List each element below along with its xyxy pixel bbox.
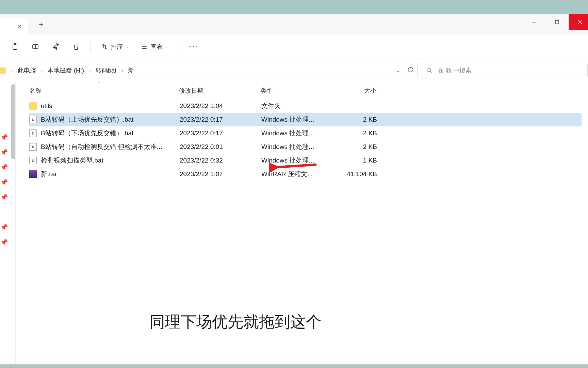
sidebar-item[interactable]: 云盘 — [0, 85, 15, 100]
col-header-date[interactable]: 修改日期 — [179, 87, 261, 95]
pin-icon: 📌 — [0, 149, 8, 156]
tab-current[interactable]: ✕ — [0, 18, 28, 34]
sort-indicator-icon: ⌃ — [97, 81, 101, 86]
col-header-name[interactable]: 名称 — [29, 87, 179, 95]
sidebar-item[interactable]: 📌 — [0, 160, 15, 175]
file-type: WinRAR 压缩文... — [261, 170, 329, 179]
svg-line-18 — [430, 71, 432, 73]
pin-icon: 📌 — [0, 164, 8, 171]
file-name: B站转码（上场优先反交错）.bat — [41, 115, 180, 124]
folder-icon — [29, 102, 37, 110]
bat-icon: ⚙ — [29, 143, 37, 151]
file-size: 41,104 KB — [329, 170, 377, 178]
sidebar-item[interactable]: 脑 — [0, 280, 15, 295]
search-placeholder: 在 新 中搜索 — [438, 66, 472, 75]
sidebar-item[interactable]: 站 — [0, 205, 15, 220]
sidebar-item[interactable]: ut — [0, 250, 15, 265]
sidebar-item[interactable]: 📌 — [0, 145, 15, 160]
pin-icon: 📌 — [0, 194, 8, 201]
sidebar-item[interactable]: 📌 — [0, 130, 15, 145]
toolbar: ⌄ 排序 ⌄ 查看 ⌄ ·· — [0, 34, 588, 59]
bat-icon: ⚙ — [29, 116, 37, 123]
sidebar-item[interactable]: 📌 — [0, 235, 15, 250]
more-button[interactable]: ··· — [184, 39, 203, 55]
column-headers[interactable]: ⌃ 名称 修改日期 类型 大小 — [29, 82, 582, 99]
address-bar[interactable]: › 此电脑› 本地磁盘 (H:)› 转码bat› 新 ⌄ — [0, 63, 418, 78]
file-row[interactable]: ⚙检测视频扫描类型.bat2023/2/22 0:32Windows 批处理..… — [29, 154, 582, 167]
file-date: 2023/2/22 0:17 — [180, 116, 261, 123]
sidebar-item[interactable]: 件夹 — [0, 100, 15, 115]
titlebar[interactable]: ✕ ＋ — [0, 14, 588, 34]
refresh-icon[interactable] — [407, 66, 414, 75]
file-type: 文件夹 — [261, 102, 329, 110]
sidebar-item[interactable] — [0, 265, 15, 280]
file-size: 2 KB — [329, 116, 377, 123]
nav-row: ‹ › 此电脑› 本地磁盘 (H:)› 转码bat› 新 ⌄ — [0, 59, 588, 82]
delete-button[interactable] — [67, 39, 85, 55]
paste-button[interactable] — [6, 39, 24, 55]
share-button[interactable] — [47, 39, 65, 55]
sidebar-item[interactable]: 📌 — [0, 175, 15, 190]
new-tab-button[interactable]: ＋ — [34, 17, 48, 31]
file-row[interactable]: ⚙B站转码（下场优先反交错）.bat2023/2/22 0:17Windows … — [29, 126, 582, 140]
tab-close-button[interactable]: ✕ — [15, 22, 23, 30]
col-header-size[interactable]: 大小 — [329, 87, 376, 95]
file-name: 新.rar — [41, 170, 180, 179]
col-header-type[interactable]: 类型 — [261, 87, 329, 95]
rename-button[interactable] — [27, 39, 44, 55]
file-type: Windows 批处理... — [261, 115, 329, 124]
file-date: 2023/2/22 0:32 — [180, 157, 261, 164]
breadcrumb[interactable]: 此电脑› 本地磁盘 (H:)› 转码bat› 新 — [18, 66, 134, 75]
file-date: 2023/2/22 0:01 — [180, 143, 261, 151]
file-name: B站转码（自动检测反交错 但检测不太准... — [41, 142, 180, 151]
file-date: 2023/2/22 1:07 — [180, 170, 261, 178]
svg-rect-1 — [555, 20, 559, 24]
sidebar-item[interactable]: 📌 — [0, 220, 15, 235]
sidebar-item[interactable]: - 个人 — [0, 115, 15, 130]
bat-icon: ⚙ — [29, 157, 37, 164]
file-type: Windows 批处理... — [261, 142, 329, 151]
folder-icon — [0, 67, 6, 74]
sort-button[interactable]: 排序 ⌄ — [96, 39, 133, 55]
close-button[interactable] — [569, 14, 588, 30]
pin-icon: 📌 — [0, 239, 8, 246]
view-label: 查看 — [150, 43, 163, 51]
bat-icon: ⚙ — [29, 129, 37, 137]
maximize-button[interactable] — [545, 14, 569, 30]
pin-icon: 📌 — [0, 134, 8, 141]
pin-icon: 📌 — [0, 224, 8, 231]
minimize-button[interactable] — [522, 14, 545, 30]
subtitle-caption: 同理下场优先就拖到这个 — [0, 311, 471, 333]
file-row[interactable]: ⚙B站转码（上场优先反交错）.bat2023/2/22 0:17Windows … — [29, 113, 582, 126]
file-row[interactable]: 新.rar2023/2/22 1:07WinRAR 压缩文...41,104 K… — [29, 167, 582, 181]
pin-icon: 📌 — [0, 179, 8, 186]
svg-point-17 — [428, 68, 431, 72]
file-size: 2 KB — [329, 143, 377, 151]
history-dropdown-icon[interactable]: ⌄ — [396, 66, 401, 75]
rar-icon — [29, 170, 37, 178]
file-row[interactable]: ⚙B站转码（自动检测反交错 但检测不太准...2023/2/22 0:01Win… — [29, 140, 582, 154]
search-box[interactable]: 在 新 中搜索 — [421, 63, 588, 78]
file-name: 检测视频扫描类型.bat — [41, 156, 180, 165]
file-type: Windows 批处理... — [261, 129, 329, 138]
file-date: 2023/2/22 1:04 — [180, 102, 261, 110]
copy-button[interactable] — [0, 39, 3, 55]
file-date: 2023/2/22 0:17 — [180, 129, 261, 137]
search-icon — [427, 67, 433, 74]
sidebar-item[interactable]: 📌 — [0, 190, 15, 205]
file-type: Windows 批处理... — [261, 156, 329, 165]
file-size: 1 KB — [329, 157, 377, 164]
sort-label: 排序 — [111, 43, 123, 51]
window-controls — [522, 14, 588, 30]
file-name: B站转码（下场优先反交错）.bat — [41, 129, 180, 138]
file-name: utils — [41, 102, 180, 110]
view-button[interactable]: 查看 ⌄ — [136, 39, 173, 55]
file-row[interactable]: utils2023/2/22 1:04文件夹 — [29, 99, 582, 113]
file-size: 2 KB — [329, 129, 377, 137]
